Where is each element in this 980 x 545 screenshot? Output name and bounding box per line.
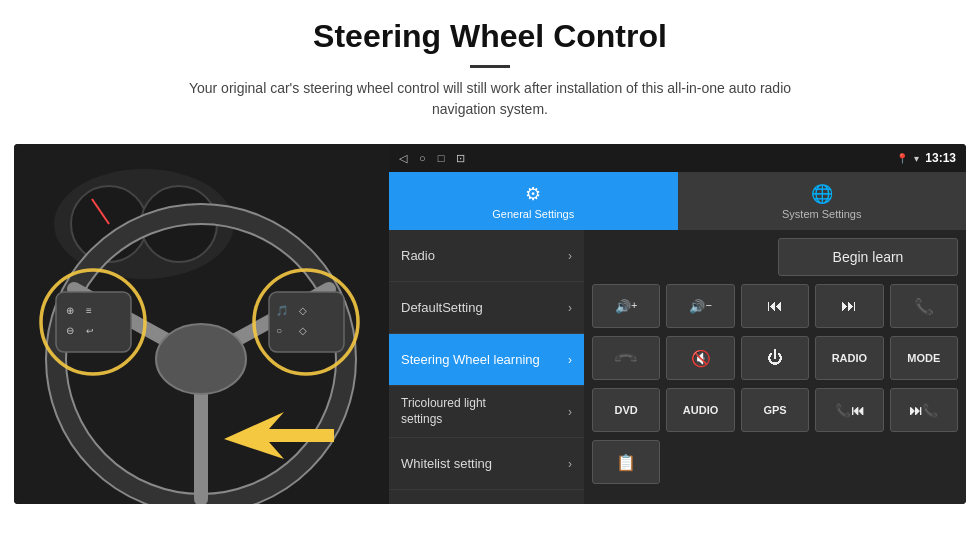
back-icon[interactable]: ◁ [399, 152, 407, 165]
steering-wheel-image: ⊕ ≡ ⊖ ↩ 🎵 ◇ ○ ◇ [14, 144, 389, 504]
menu-item-steering-label: Steering Wheel learning [401, 352, 540, 367]
cast-icon[interactable]: ⊡ [456, 152, 465, 165]
vol-up-button[interactable]: 🔊+ [592, 284, 660, 328]
tel-prev-icon: 📞⏮ [835, 403, 864, 418]
svg-text:⊖: ⊖ [66, 325, 74, 336]
menu-item-whitelist[interactable]: Whitelist setting › [389, 438, 584, 490]
control-row-1: 🔊+ 🔊− ⏮ ⏭ 📞 [592, 284, 958, 328]
control-row-2: 📞 🔇 ⏻ RADIO MODE [592, 336, 958, 380]
audio-label: AUDIO [683, 404, 718, 416]
control-row-3: DVD AUDIO GPS 📞⏮ ⏭📞 [592, 388, 958, 432]
mode-label: MODE [907, 352, 940, 364]
tab-system-label: System Settings [782, 208, 861, 220]
menu-item-radio[interactable]: Radio › [389, 230, 584, 282]
settings-area: Radio › DefaultSetting › Steering Wheel … [389, 230, 966, 504]
control-row-4: 📋 [592, 440, 958, 484]
wifi-icon: ▾ [914, 153, 919, 164]
file-button[interactable]: 📋 [592, 440, 660, 484]
power-button[interactable]: ⏻ [741, 336, 809, 380]
begin-learn-button[interactable]: Begin learn [778, 238, 958, 276]
svg-text:🎵: 🎵 [276, 304, 289, 317]
home-icon[interactable]: ○ [419, 152, 426, 164]
controls-panel: Begin learn 🔊+ 🔊− ⏮ ⏭ [584, 230, 966, 504]
mute-button[interactable]: 🔇 [666, 336, 734, 380]
mode-button[interactable]: MODE [890, 336, 958, 380]
radio-label: RADIO [832, 352, 867, 364]
menu-item-steering-wheel[interactable]: Steering Wheel learning › [389, 334, 584, 386]
chevron-icon-radio: › [568, 249, 572, 263]
audio-button[interactable]: AUDIO [666, 388, 734, 432]
tel-prev-button[interactable]: 📞⏮ [815, 388, 883, 432]
menu-item-radio-label: Radio [401, 248, 435, 263]
location-icon: 📍 [896, 153, 908, 164]
tab-general-label: General Settings [492, 208, 574, 220]
file-icon: 📋 [616, 453, 636, 472]
gps-label: GPS [763, 404, 786, 416]
tab-bar: ⚙ General Settings 🌐 System Settings [389, 172, 966, 230]
svg-text:↩: ↩ [86, 326, 94, 336]
general-settings-icon: ⚙ [525, 183, 541, 205]
status-bar-nav: ◁ ○ □ ⊡ [399, 152, 465, 165]
header-subtitle: Your original car's steering wheel contr… [160, 78, 820, 120]
tel-next-button[interactable]: ⏭📞 [890, 388, 958, 432]
main-content: ⊕ ≡ ⊖ ↩ 🎵 ◇ ○ ◇ ◁ ○ [14, 144, 966, 504]
begin-learn-row: Begin learn [592, 238, 958, 276]
svg-text:◇: ◇ [299, 305, 307, 316]
next-track-icon: ⏭ [841, 297, 857, 315]
menu-list: Radio › DefaultSetting › Steering Wheel … [389, 230, 584, 504]
dvd-label: DVD [615, 404, 638, 416]
clock: 13:13 [925, 151, 956, 165]
svg-text:◇: ◇ [299, 325, 307, 336]
menu-item-default-label: DefaultSetting [401, 300, 483, 315]
menu-item-default-setting[interactable]: DefaultSetting › [389, 282, 584, 334]
call-end-button[interactable]: 📞 [592, 336, 660, 380]
menu-item-tricoloured-label: Tricoloured lightsettings [401, 396, 486, 427]
status-bar: ◁ ○ □ ⊡ 📍 ▾ 13:13 [389, 144, 966, 172]
radio-button[interactable]: RADIO [815, 336, 883, 380]
page-header: Steering Wheel Control Your original car… [0, 0, 980, 130]
tab-system-settings[interactable]: 🌐 System Settings [678, 172, 967, 230]
vol-down-button[interactable]: 🔊− [666, 284, 734, 328]
header-divider [470, 65, 510, 68]
call-accept-button[interactable]: 📞 [890, 284, 958, 328]
tricoloured-row: Tricoloured lightsettings › [401, 396, 572, 427]
vol-up-icon: 🔊+ [615, 299, 637, 314]
call-accept-icon: 📞 [914, 297, 934, 316]
system-settings-icon: 🌐 [811, 183, 833, 205]
svg-text:○: ○ [276, 325, 282, 336]
menu-item-whitelist-label: Whitelist setting [401, 456, 492, 471]
chevron-icon-default: › [568, 301, 572, 315]
page-title: Steering Wheel Control [20, 18, 960, 55]
svg-text:⊕: ⊕ [66, 305, 74, 316]
mute-icon: 🔇 [691, 349, 711, 368]
menu-item-tricoloured[interactable]: Tricoloured lightsettings › [389, 386, 584, 438]
tab-general-settings[interactable]: ⚙ General Settings [389, 172, 678, 230]
prev-track-button[interactable]: ⏮ [741, 284, 809, 328]
status-bar-right: 📍 ▾ 13:13 [896, 151, 956, 165]
next-track-button[interactable]: ⏭ [815, 284, 883, 328]
power-icon: ⏻ [767, 349, 783, 367]
svg-rect-12 [56, 292, 131, 352]
gps-button[interactable]: GPS [741, 388, 809, 432]
svg-point-11 [156, 324, 246, 394]
chevron-icon-steering: › [568, 353, 572, 367]
steering-wheel-panel: ⊕ ≡ ⊖ ↩ 🎵 ◇ ○ ◇ [14, 144, 389, 504]
tel-next-icon: ⏭📞 [909, 403, 938, 418]
android-panel: ◁ ○ □ ⊡ 📍 ▾ 13:13 ⚙ General Settings 🌐 S… [389, 144, 966, 504]
dvd-button[interactable]: DVD [592, 388, 660, 432]
prev-track-icon: ⏮ [767, 297, 783, 315]
svg-text:≡: ≡ [86, 305, 92, 316]
chevron-icon-whitelist: › [568, 457, 572, 471]
vol-down-icon: 🔊− [689, 299, 711, 314]
call-end-icon: 📞 [612, 344, 640, 372]
chevron-icon-tricoloured: › [568, 405, 572, 419]
recents-icon[interactable]: □ [438, 152, 445, 164]
svg-rect-17 [269, 292, 344, 352]
